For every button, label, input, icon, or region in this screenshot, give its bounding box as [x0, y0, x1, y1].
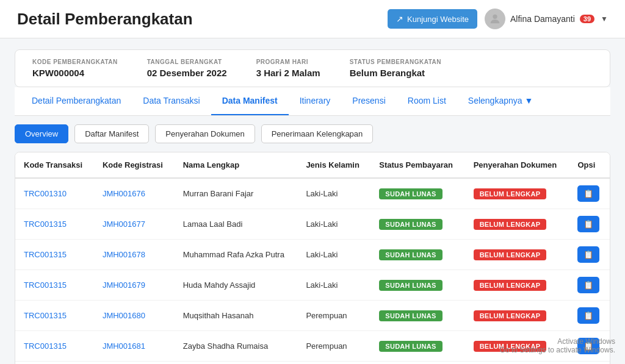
header-right: ↗ Kunjungi Website Alfina Damayanti 39 ▼: [388, 9, 608, 29]
avatar: [485, 9, 505, 29]
opsi-cell: 📋: [569, 301, 610, 331]
sub-tab-penyerahan-dokumen[interactable]: Penyerahan Dokumen: [155, 124, 255, 143]
kode-registrasi-link[interactable]: JMH001676: [103, 189, 145, 198]
kode-transaksi-link[interactable]: TRC001315: [24, 219, 67, 229]
info-item: STATUS PEMBERANGKATANBelum Berangkat: [350, 59, 441, 78]
info-bar: KODE PEMBERANGKATANKPW000004TANGGAL BERA…: [15, 49, 610, 87]
status-pembayaran: SUDAH LUNAS: [370, 240, 464, 270]
opsi-cell: 📋: [569, 362, 610, 365]
notification-badge: 39: [580, 15, 594, 23]
status-badge: SUDAH LUNAS: [379, 280, 442, 291]
nama-lengkap: Zayba Shadha Rumaisa: [175, 331, 298, 362]
nama-lengkap: Lamaa Laal Badi: [175, 209, 298, 240]
sub-tab-overview[interactable]: Overview: [15, 124, 68, 143]
sub-tabs: OverviewDaftar ManifestPenyerahan Dokume…: [15, 124, 610, 143]
status-badge: SUDAH LUNAS: [379, 310, 442, 321]
detail-action-button[interactable]: 📋: [577, 216, 599, 232]
jenis-kelamin: Laki-Laki: [297, 362, 370, 365]
status-badge: SUDAH LUNAS: [379, 249, 442, 260]
status-pembayaran: SUDAH LUNAS: [370, 178, 464, 209]
penyerahan-badge: BELUM LENGKAP: [474, 341, 547, 352]
opsi-cell: 📋: [569, 270, 610, 301]
info-label: PROGRAM HARI: [256, 59, 320, 65]
status-pembayaran: SUDAH LUNAS: [370, 209, 464, 240]
detail-action-button[interactable]: 📋: [577, 338, 599, 354]
nav-tab-itinerary[interactable]: Itinerary: [289, 87, 342, 115]
sub-tab-daftar-manifest[interactable]: Daftar Manifest: [74, 124, 149, 143]
external-link-icon: ↗: [396, 14, 403, 24]
status-pembayaran: SUDAH LUNAS: [370, 331, 464, 362]
jenis-kelamin: Perempuan: [297, 301, 370, 331]
data-manifest-table: Kode TransaksiKode RegistrasiNama Lengka…: [15, 152, 610, 364]
table-row: TRC001315JMH001680Muqsithah HasanahPerem…: [15, 301, 610, 331]
nama-lengkap: Muqsithah Hasanah: [175, 301, 298, 331]
page-title: Detail Pemberangkatan: [17, 10, 193, 29]
detail-action-button[interactable]: 📋: [577, 307, 599, 324]
kode-transaksi-link[interactable]: TRC001315: [24, 250, 67, 259]
kode-transaksi-link[interactable]: TRC001315: [24, 341, 67, 351]
table-row: TRC001315JMH001678Muhammad Rafa Azka Put…: [15, 240, 610, 270]
info-value: KPW000004: [32, 68, 84, 78]
nav-tabs: Detail PemberangkatanData TransaksiData …: [15, 87, 610, 116]
opsi-cell: 📋: [569, 240, 610, 270]
info-item: TANGGAL BERANGKAT02 Desember 2022: [147, 59, 227, 78]
status-badge: SUDAH LUNAS: [379, 219, 442, 230]
col-header: Status Pembayaran: [370, 152, 464, 178]
info-item: PROGRAM HARI3 Hari 2 Malam: [256, 59, 320, 78]
col-header: Penyerahan Dokumen: [465, 152, 569, 178]
nama-lengkap: Muhammad Rafa Azka Putra: [175, 240, 298, 270]
kode-registrasi-link[interactable]: JMH001680: [103, 311, 145, 320]
penyerahan-badge: BELUM LENGKAP: [474, 249, 547, 260]
nav-tab-room-list[interactable]: Room List: [397, 87, 457, 115]
kode-registrasi-link[interactable]: JMH001679: [103, 280, 145, 290]
col-header: Nama Lengkap: [175, 152, 298, 178]
penyerahan-badge: BELUM LENGKAP: [474, 219, 547, 230]
kode-transaksi-link[interactable]: TRC001315: [24, 311, 67, 320]
detail-action-button[interactable]: 📋: [577, 246, 599, 263]
visit-website-button[interactable]: ↗ Kunjungi Website: [388, 9, 477, 29]
table-row: TRC001315JMH001677Lamaa Laal BadiLaki-La…: [15, 209, 610, 240]
opsi-cell: 📋: [569, 209, 610, 240]
info-item: KODE PEMBERANGKATANKPW000004: [32, 59, 118, 78]
nav-tab-data-manifest[interactable]: Data Manifest: [211, 87, 289, 115]
penyerahan-dokumen: BELUM LENGKAP: [465, 178, 569, 209]
penyerahan-badge: BELUM LENGKAP: [474, 188, 547, 199]
sub-tab-penerimaan-kelengkapan[interactable]: Penerimaan Kelengkapan: [261, 124, 374, 143]
nav-tab-detail-pemberangkatan[interactable]: Detail Pemberangkatan: [21, 87, 132, 115]
info-label: STATUS PEMBERANGKATAN: [350, 59, 441, 65]
table-row: TRC001315JMH001682Almer Khalil MuazzamLa…: [15, 362, 610, 365]
status-pembayaran: SUDAH LUNAS: [370, 301, 464, 331]
kode-transaksi-link[interactable]: TRC001315: [24, 280, 67, 290]
info-label: KODE PEMBERANGKATAN: [32, 59, 118, 65]
detail-action-button[interactable]: 📋: [577, 185, 599, 202]
jenis-kelamin: Laki-Laki: [297, 209, 370, 240]
col-header: Kode Transaksi: [15, 152, 94, 178]
detail-action-button[interactable]: 📋: [577, 277, 599, 293]
status-pembayaran: SUDAH LUNAS: [370, 270, 464, 301]
nav-tab-selengkapnya[interactable]: Selengkapnya ▼: [457, 87, 544, 115]
opsi-cell: 📋: [569, 178, 610, 209]
table-row: TRC001315JMH001679Huda Mahdy AssajidLaki…: [15, 270, 610, 301]
nama-lengkap: Huda Mahdy Assajid: [175, 270, 298, 301]
kode-registrasi-link[interactable]: JMH001678: [103, 250, 145, 259]
kode-transaksi-link[interactable]: TRC001310: [24, 189, 67, 198]
col-header: Opsi: [569, 152, 610, 178]
penyerahan-dokumen: BELUM LENGKAP: [465, 240, 569, 270]
info-value: 3 Hari 2 Malam: [256, 68, 320, 78]
info-value: 02 Desember 2022: [147, 68, 227, 78]
nav-tab-presensi[interactable]: Presensi: [341, 87, 396, 115]
kode-registrasi-link[interactable]: JMH001681: [103, 341, 145, 351]
nama-lengkap: Almer Khalil Muazzam: [175, 362, 298, 365]
opsi-cell: 📋: [569, 331, 610, 362]
table-row: TRC001310JMH001676Murran Barani FajarLak…: [15, 178, 610, 209]
penyerahan-dokumen: BELUM LENGKAP: [465, 270, 569, 301]
chevron-down-icon: ▼: [601, 15, 608, 23]
penyerahan-dokumen: BELUM LENGKAP: [465, 362, 569, 365]
jenis-kelamin: Laki-Laki: [297, 178, 370, 209]
nav-tab-data-transaksi[interactable]: Data Transaksi: [132, 87, 211, 115]
jenis-kelamin: Laki-Laki: [297, 270, 370, 301]
kode-registrasi-link[interactable]: JMH001677: [103, 219, 145, 229]
svg-point-0: [493, 15, 497, 19]
user-area[interactable]: Alfina Damayanti 39 ▼: [485, 9, 608, 29]
penyerahan-dokumen: BELUM LENGKAP: [465, 331, 569, 362]
